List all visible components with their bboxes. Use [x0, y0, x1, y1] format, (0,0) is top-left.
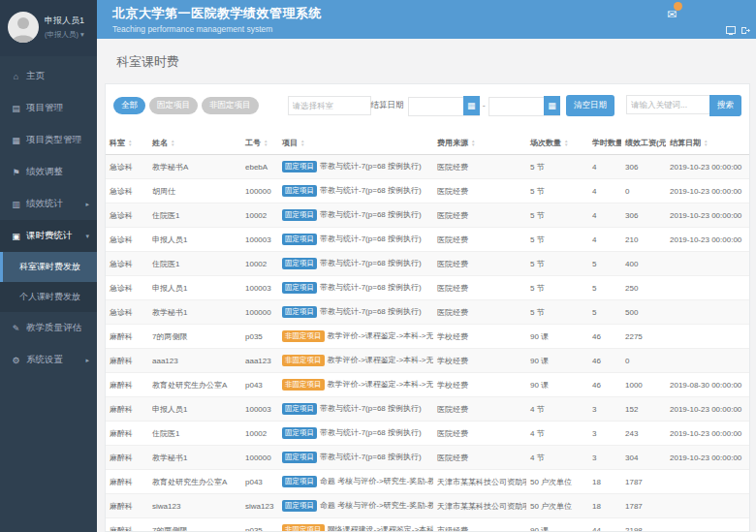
- column-header[interactable]: 结算日期▲▼: [666, 132, 749, 155]
- cell-fee-source: 医院经费: [433, 300, 526, 325]
- sidebar-subitem[interactable]: 个人课时费发放: [0, 282, 97, 312]
- cell-department: 急诊科: [106, 252, 148, 276]
- sidebar-item[interactable]: ▤项目管理: [0, 92, 97, 124]
- cell-hours: 4: [588, 203, 621, 228]
- cell-settlement-date: [666, 494, 749, 518]
- column-header[interactable]: 科室▲▼: [106, 132, 148, 155]
- sidebar-item[interactable]: ▥绩效统计▸: [0, 188, 97, 220]
- cell-project: 固定项目命题 考核与评价->研究生-奖励-教师: [278, 494, 433, 518]
- calendar-icon[interactable]: ▦: [463, 96, 480, 115]
- calendar-icon[interactable]: ▦: [544, 96, 560, 115]
- cell-fee-source: 医院经费: [433, 397, 526, 422]
- sort-icon[interactable]: ▲▼: [128, 140, 132, 147]
- sort-icon[interactable]: ▲▼: [171, 140, 174, 147]
- fullscreen-icon[interactable]: [726, 26, 736, 35]
- cell-settlement-date: [666, 300, 749, 325]
- sidebar-item[interactable]: ⌂主页: [0, 60, 97, 92]
- project-type-badge: 非固定项目: [282, 379, 325, 391]
- column-header-label: 工号: [245, 139, 261, 147]
- grid-icon: ▦: [10, 136, 22, 145]
- cell-employee-id: 100000: [241, 446, 278, 470]
- course-fee-table: 科室▲▼姓名▲▼工号▲▼项目▲▼费用来源▲▼场次数量▲▼学时数量▲▼绩效工资(元…: [106, 132, 749, 532]
- column-header[interactable]: 姓名▲▼: [148, 132, 241, 155]
- logout-icon[interactable]: [740, 26, 750, 35]
- column-header-label: 姓名: [152, 139, 168, 147]
- cell-project: 非固定项目教学评价->课程鉴定->本科->无接替人: [278, 325, 433, 349]
- cell-fee-source: 市级经费: [433, 518, 526, 532]
- column-header-label: 场次数量: [530, 139, 561, 147]
- chevron-right-icon: ▸: [85, 201, 89, 208]
- project-type-badge: 固定项目: [282, 209, 317, 221]
- sort-icon[interactable]: ▲▼: [471, 140, 475, 147]
- user-silhouette-icon: [8, 12, 39, 43]
- cell-name: 申报人员1: [148, 276, 241, 300]
- project-description: 命题 考核与评价->研究生-奖励-教师: [320, 501, 433, 510]
- sidebar-item-label: 科室课时费发放: [19, 261, 80, 273]
- project-description: 带教与统计-7(p=68 按例执行): [320, 186, 422, 195]
- project-type-badge: 非固定项目: [282, 330, 325, 342]
- cell-settlement-date: 2019-10-23 00:00:00: [666, 203, 749, 228]
- sidebar-item[interactable]: ⚑绩效调整: [0, 156, 97, 188]
- cell-fee-source: 医院经费: [433, 203, 526, 228]
- cell-name: 教学秘书1: [148, 300, 241, 325]
- filter-fixed-button[interactable]: 固定项目: [149, 97, 198, 114]
- cell-settlement-date: 2019-10-23 00:00:00: [666, 422, 749, 446]
- column-header[interactable]: 费用来源▲▼: [433, 132, 526, 155]
- cell-settlement-date: 2019-10-23 00:00:00: [666, 179, 749, 203]
- date-separator: -: [483, 101, 486, 110]
- clear-date-button[interactable]: 清空日期: [566, 95, 614, 116]
- sidebar-item-label: 主页: [26, 70, 45, 82]
- cell-employee-id: 10002: [241, 252, 278, 276]
- table-row: 麻醉科申报人员1100003固定项目带教与统计-7(p=68 按例执行)医院经费…: [106, 397, 749, 422]
- cell-hours: 18: [588, 494, 621, 518]
- search-input[interactable]: [626, 95, 709, 114]
- date-range-label: 结算日期: [371, 100, 404, 111]
- sidebar-item[interactable]: ▣课时费统计▾: [0, 220, 97, 252]
- cell-department: 麻醉科: [106, 446, 148, 470]
- notification-dot: [674, 2, 682, 11]
- filter-nonfixed-button[interactable]: 非固定项目: [202, 97, 259, 114]
- cell-quantity: 5 节: [526, 300, 588, 325]
- user-name: 申报人员1: [45, 15, 84, 27]
- sidebar-item[interactable]: ⚙系统设置▸: [0, 344, 97, 376]
- filter-all-button[interactable]: 全部: [113, 97, 145, 114]
- column-header[interactable]: 工号▲▼: [241, 132, 278, 155]
- cell-employee-id: 10002: [241, 203, 278, 228]
- column-header-label: 项目: [282, 139, 298, 147]
- sidebar-item[interactable]: ✎教学质量评估: [0, 312, 97, 344]
- sort-icon[interactable]: ▲▼: [300, 140, 304, 147]
- gear-icon: ⚙: [10, 356, 22, 365]
- cell-quantity: 5 节: [526, 276, 588, 300]
- column-header[interactable]: 项目▲▼: [278, 132, 433, 155]
- column-header[interactable]: 学时数量▲▼: [588, 132, 621, 155]
- project-description: 命题 考核与评价->研究生-奖励-教师: [320, 477, 433, 485]
- cell-department: 急诊科: [106, 276, 148, 300]
- cell-employee-id: siwa123: [241, 494, 278, 518]
- table-header-row: 科室▲▼姓名▲▼工号▲▼项目▲▼费用来源▲▼场次数量▲▼学时数量▲▼绩效工资(元…: [106, 132, 749, 155]
- sidebar-item[interactable]: ▦项目类型管理: [0, 124, 97, 156]
- cell-department: 麻醉科: [106, 325, 148, 349]
- column-header[interactable]: 场次数量▲▼: [526, 132, 588, 155]
- messages-button[interactable]: ✉: [667, 5, 677, 22]
- column-header[interactable]: 绩效工资(元)▲▼: [621, 132, 666, 155]
- user-role-dropdown[interactable]: (申报人员) ▾: [45, 30, 84, 40]
- cell-name: 7的两侧限: [148, 518, 241, 532]
- cell-pay: 250: [621, 276, 666, 300]
- sort-icon[interactable]: ▲▼: [704, 140, 708, 147]
- sidebar-subitem[interactable]: 科室课时费发放: [0, 252, 97, 282]
- cell-hours: 4: [588, 228, 621, 252]
- cell-quantity: 5 节: [526, 228, 588, 252]
- cell-pay: 500: [621, 300, 666, 325]
- cell-employee-id: 100003: [241, 276, 278, 300]
- sort-icon[interactable]: ▲▼: [564, 140, 568, 147]
- search-button[interactable]: 搜索: [709, 95, 741, 116]
- sidebar-item-label: 绩效调整: [26, 166, 63, 178]
- cell-pay: 0: [621, 179, 666, 203]
- topbar: 北京大学第一医院教学绩效管理系统 Teaching performance ma…: [97, 0, 756, 39]
- sidebar-item-label: 项目管理: [26, 102, 63, 114]
- column-header-label: 绩效工资(元): [625, 139, 666, 147]
- department-select[interactable]: [288, 96, 371, 115]
- search-group: 搜索: [626, 95, 741, 116]
- sidebar-item-label: 个人课时费发放: [19, 291, 80, 303]
- sort-icon[interactable]: ▲▼: [264, 140, 268, 147]
